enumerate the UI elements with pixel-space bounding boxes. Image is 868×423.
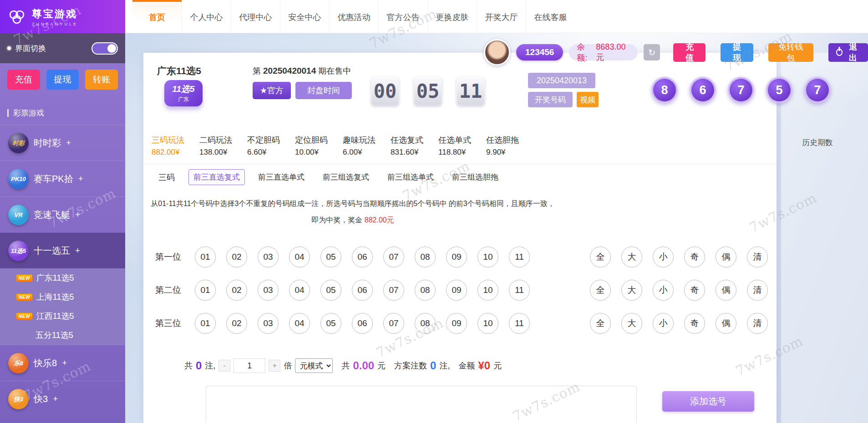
sidebar-subitem-guangdong-11x5[interactable]: NEW广东11选5: [0, 268, 125, 287]
play-tab-optional-dantuo[interactable]: 任选胆拖9.90¥: [480, 128, 528, 164]
number-ball-09[interactable]: 09: [446, 313, 467, 334]
quick-pick-even[interactable]: 偶: [716, 280, 736, 301]
quick-pick-all[interactable]: 全: [590, 247, 611, 267]
sub-tab-front3-group-dantuo[interactable]: 前三组选胆拖: [447, 169, 503, 185]
number-ball-10[interactable]: 10: [477, 247, 498, 267]
nav-tab-security-center[interactable]: 安全中心: [280, 0, 329, 33]
number-ball-11[interactable]: 11: [509, 313, 530, 334]
number-ball-01[interactable]: 01: [195, 313, 216, 334]
withdraw-button[interactable]: 提 现: [721, 43, 753, 62]
number-ball-09[interactable]: 09: [446, 247, 467, 267]
play-tab-three-code[interactable]: 三码玩法882.00¥: [145, 128, 193, 164]
number-ball-08[interactable]: 08: [415, 247, 436, 267]
sidebar-item-11x5[interactable]: 11选5十一选五+: [0, 232, 125, 268]
sub-tab-front3-direct-single[interactable]: 前三直选单式: [253, 169, 310, 185]
quick-pick-clear[interactable]: 清: [747, 313, 768, 334]
refresh-balance-button[interactable]: ↻: [644, 44, 660, 60]
number-ball-02[interactable]: 02: [226, 280, 247, 301]
number-ball-06[interactable]: 06: [352, 247, 373, 267]
quick-pick-even[interactable]: 偶: [716, 247, 736, 267]
free-wallet-button[interactable]: 免转钱包: [768, 43, 813, 62]
quick-pick-all[interactable]: 全: [590, 280, 611, 301]
number-ball-04[interactable]: 04: [289, 313, 310, 334]
number-ball-06[interactable]: 06: [352, 280, 373, 301]
nav-tab-personal-center[interactable]: 个人中心: [182, 0, 231, 33]
logout-button[interactable]: 退出: [828, 43, 868, 62]
sidebar-item-kuaile8[interactable]: 乐8快乐8+: [0, 345, 125, 381]
username-badge[interactable]: 123456: [516, 44, 563, 60]
manual-numbers-textarea[interactable]: [206, 386, 637, 423]
sidebar-withdraw-button[interactable]: 提现: [46, 70, 79, 90]
quick-pick-clear[interactable]: 清: [747, 247, 768, 267]
sub-tab-front3-direct-duplex[interactable]: 前三直选复式: [188, 169, 245, 185]
sidebar-recharge-button[interactable]: 充值: [7, 70, 40, 90]
nav-tab-lottery-hall[interactable]: 开奖大厅: [477, 0, 526, 33]
sub-tab-front3-group-duplex[interactable]: 前三组选复式: [318, 169, 374, 185]
quick-pick-all[interactable]: 全: [590, 313, 611, 334]
number-ball-11[interactable]: 11: [509, 280, 530, 301]
nav-tab-agent-center[interactable]: 代理中心: [231, 0, 280, 33]
number-ball-04[interactable]: 04: [289, 280, 310, 301]
number-ball-07[interactable]: 07: [383, 280, 404, 301]
number-ball-08[interactable]: 08: [415, 280, 436, 301]
nav-tab-home[interactable]: 首页: [132, 0, 182, 33]
quick-pick-big[interactable]: 大: [621, 247, 642, 267]
nav-tab-change-skin[interactable]: 更换皮肤: [427, 0, 477, 33]
increase-multiplier-button[interactable]: +: [269, 360, 280, 372]
sidebar-subitem-wufen-11x5[interactable]: 五分11选5: [0, 326, 125, 345]
sidebar-transfer-button[interactable]: 转账: [85, 70, 118, 90]
number-ball-05[interactable]: 05: [320, 280, 341, 301]
quick-pick-even[interactable]: 偶: [716, 313, 736, 334]
number-ball-03[interactable]: 03: [258, 280, 279, 301]
number-ball-05[interactable]: 05: [320, 247, 341, 267]
number-ball-03[interactable]: 03: [258, 313, 279, 334]
number-ball-07[interactable]: 07: [383, 247, 404, 267]
quick-pick-odd[interactable]: 奇: [684, 280, 705, 301]
number-ball-01[interactable]: 01: [195, 247, 216, 267]
number-ball-01[interactable]: 01: [195, 280, 216, 301]
number-ball-06[interactable]: 06: [352, 313, 373, 334]
nav-tab-customer-service[interactable]: 在线客服: [526, 0, 575, 33]
quick-pick-small[interactable]: 小: [653, 247, 674, 267]
video-button[interactable]: 视频: [577, 92, 599, 107]
nav-tab-announcements[interactable]: 官方公告: [378, 0, 427, 33]
play-tab-two-code[interactable]: 二码玩法138.00¥: [193, 128, 241, 164]
brand-header[interactable]: 尊宝游戏 ZUNBAOYULE: [0, 0, 125, 33]
quick-pick-odd[interactable]: 奇: [684, 313, 705, 334]
quick-pick-odd[interactable]: 奇: [684, 247, 705, 267]
number-ball-09[interactable]: 09: [446, 280, 467, 301]
sidebar-item-shishicai[interactable]: 时彩时时彩+: [0, 125, 125, 161]
sidebar-item-pk10[interactable]: PK10赛车PK拾+: [0, 161, 125, 196]
number-ball-10[interactable]: 10: [477, 313, 498, 334]
play-tab-optional-duplex[interactable]: 任选复式831.60¥: [384, 128, 432, 164]
decrease-multiplier-button[interactable]: -: [218, 360, 230, 372]
number-ball-07[interactable]: 07: [383, 313, 404, 334]
number-ball-04[interactable]: 04: [289, 247, 310, 267]
nav-tab-promotions[interactable]: 优惠活动: [329, 0, 378, 33]
ui-switch-toggle[interactable]: [91, 42, 118, 55]
sidebar-item-kuai3[interactable]: 快3快3+: [0, 381, 125, 417]
quick-pick-big[interactable]: 大: [621, 313, 642, 334]
number-ball-03[interactable]: 03: [258, 247, 279, 267]
sidebar-subitem-jiangxi-11x5[interactable]: NEW江西11选5: [0, 307, 125, 326]
avatar[interactable]: [484, 39, 510, 65]
multiplier-input[interactable]: [233, 358, 265, 373]
official-button[interactable]: ★官方: [253, 82, 291, 99]
quick-pick-small[interactable]: 小: [653, 313, 674, 334]
quick-pick-clear[interactable]: 清: [747, 280, 768, 301]
sidebar-subitem-shanghai-11x5[interactable]: NEW上海11选5: [0, 287, 125, 307]
number-ball-02[interactable]: 02: [226, 313, 247, 334]
quick-pick-small[interactable]: 小: [653, 280, 674, 301]
play-tab-any-dan[interactable]: 不定胆码6.60¥: [241, 128, 289, 164]
number-ball-02[interactable]: 02: [226, 247, 247, 267]
draw-numbers-button[interactable]: 开奖号码: [528, 92, 573, 107]
sidebar-item-speedboat[interactable]: VR竞速飞艇+: [0, 196, 125, 232]
play-tab-optional-single[interactable]: 任选单式118.80¥: [432, 128, 480, 164]
add-selection-button[interactable]: 添加选号: [662, 391, 754, 412]
number-ball-08[interactable]: 08: [415, 313, 436, 334]
close-time-button[interactable]: 封盘时间: [295, 82, 352, 99]
play-tab-position-dan[interactable]: 定位胆码10.00¥: [289, 128, 336, 164]
quick-pick-big[interactable]: 大: [621, 280, 642, 301]
sub-tab-front3-group-single[interactable]: 前三组选单式: [382, 169, 439, 185]
number-ball-10[interactable]: 10: [477, 280, 498, 301]
